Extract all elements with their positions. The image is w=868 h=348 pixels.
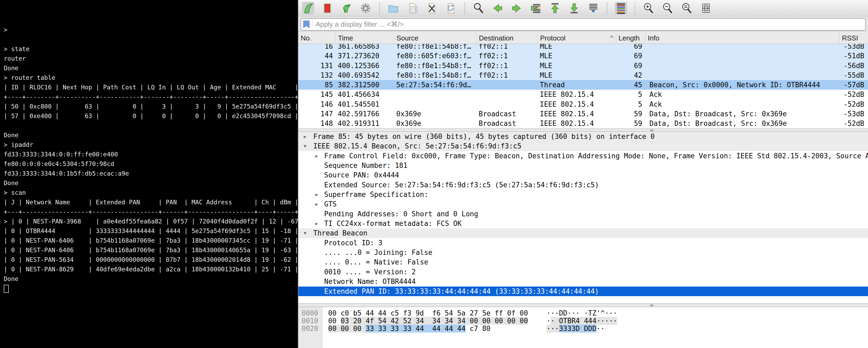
detail-hex-splitter[interactable] (299, 303, 868, 307)
packet-row[interactable]: 145401.456634IEEE 802.15.45Ack-52dB (299, 90, 868, 99)
detail-row[interactable]: Extended PAN ID: 33:33:33:33:44:44:44:44… (299, 287, 868, 296)
go-first-packet-button[interactable] (549, 2, 561, 14)
detail-row[interactable]: ▼IEEE 802.15.4 Beacon, Src: 5e:27:5a:54:… (299, 141, 868, 151)
packet-rssi: -52dB (840, 119, 864, 127)
packet-source: fe80::f8e1:54b8:f… (396, 44, 476, 50)
reload-file-button[interactable] (445, 2, 457, 14)
zoom-in-button[interactable] (643, 2, 655, 14)
detail-row[interactable]: 0010 .... = Version: 2 (299, 267, 868, 277)
packet-row[interactable]: 132400.693542fe80::f8e1:54b8:f…ff02::1ML… (299, 70, 868, 80)
save-file-button[interactable]: 010100110101110 (406, 2, 418, 14)
detail-row[interactable]: ▶GTS (299, 199, 868, 209)
go-last-packet-button[interactable] (568, 2, 580, 14)
zoom-out-button[interactable] (662, 2, 674, 14)
collapsed-arrow-icon[interactable]: ▶ (315, 219, 318, 228)
restart-capture-button[interactable] (340, 2, 352, 14)
hex-ascii[interactable]: ···DD··· ·TZ'^··· (547, 310, 617, 317)
collapsed-arrow-icon[interactable]: ▶ (315, 199, 318, 209)
column-header-destination[interactable]: Destination (476, 32, 538, 44)
expanded-arrow-icon[interactable]: ▼ (304, 141, 306, 151)
hex-ascii[interactable]: ···3333D DDD·· (547, 325, 605, 332)
hex-bytes[interactable]: 00 00 00 33 33 33 33 44 44 44 44 c7 80 (328, 325, 491, 332)
display-filter-input[interactable]: Apply a display filter ... <⌘/> (301, 18, 866, 31)
go-to-packet-button[interactable] (530, 2, 542, 14)
packet-info: Data, Dst: Broadcast, Src: 0x369e (649, 119, 838, 127)
packet-row[interactable]: 148402.9193110x369eBroadcastIEEE 802.15.… (299, 119, 868, 128)
packet-protocol: Thread (540, 81, 614, 89)
terminal-line (4, 121, 298, 130)
packet-row[interactable]: 44371.273620fe80::605f:e603:f…ff02::1MLE… (299, 51, 868, 61)
detail-row[interactable]: Source PAN: 0x4444 (299, 170, 868, 180)
detail-row[interactable]: .... ...0 = Joining: False (299, 248, 868, 257)
hex-row[interactable]: 002000 00 00 33 33 33 33 44 44 44 44 c7 … (299, 325, 868, 332)
detail-row[interactable]: Pending Addresses: 0 Short and 0 Long (299, 209, 868, 219)
terminal[interactable]: >> staterouterDone> router table| ID | R… (0, 0, 298, 348)
packet-source: 0x369e (396, 119, 476, 127)
auto-scroll-button[interactable] (587, 2, 599, 14)
packet-destination: Broadcast (479, 110, 537, 118)
collapsed-arrow-icon[interactable]: ▶ (304, 132, 306, 141)
open-file-icon (387, 2, 399, 14)
packet-source: fe80::f8e1:54b8:f… (396, 71, 476, 79)
packet-info: Ack (649, 100, 838, 108)
detail-row[interactable]: ▶Superframe Specification: (299, 190, 868, 199)
column-header-info[interactable]: Info (645, 32, 840, 44)
colorize-packets-button[interactable] (615, 2, 627, 14)
packet-length: 69 (616, 44, 642, 50)
go-previous-packet-button[interactable] (491, 2, 504, 14)
terminal-line: | ID | RLOC16 | Next Hop | Path Cost | L… (4, 83, 298, 92)
splitter-grip[interactable] (650, 304, 654, 307)
resize-columns-button[interactable] (700, 2, 712, 14)
filter-bookmark-icon[interactable] (303, 21, 310, 28)
detail-row[interactable]: .... 0... = Native: False (299, 257, 868, 267)
close-file-button[interactable] (426, 2, 438, 14)
packet-destination: ff02::1 (479, 71, 537, 79)
hex-ascii[interactable]: ·· OTBR4 444····· (547, 317, 617, 325)
detail-row[interactable]: ▶Frame 85: 45 bytes on wire (360 bits), … (299, 132, 868, 141)
hex-bytes[interactable]: 00 c0 b5 44 44 c5 f3 9d f6 54 5a 27 5e f… (328, 310, 528, 317)
column-header-protocol[interactable]: Protocol^ (538, 32, 616, 44)
start-capture-button[interactable] (302, 2, 314, 14)
terminal-line: > state (4, 44, 298, 54)
open-file-button[interactable] (387, 2, 399, 14)
packet-row[interactable]: 131400.125366fe80::f8e1:54b8:f…ff02::1ML… (299, 61, 868, 70)
detail-row[interactable]: Extended Source: 5e:27:5a:54:f6:9d:f3:c5… (299, 180, 868, 190)
column-header-no[interactable]: No. (299, 32, 336, 44)
detail-row[interactable]: Sequence Number: 181 (299, 161, 868, 170)
find-packet-button[interactable] (472, 2, 485, 14)
detail-row[interactable]: Network Name: OTBR4444 (299, 277, 868, 286)
detail-row[interactable]: ▼Thread Beacon (299, 228, 868, 238)
packet-row[interactable]: 147402.5917660x369eBroadcastIEEE 802.15.… (299, 109, 868, 119)
column-header-source[interactable]: Source (394, 32, 476, 44)
find-packet-icon (472, 2, 485, 14)
packet-detail-splitter[interactable] (299, 128, 868, 132)
packet-protocol: MLE (540, 52, 614, 60)
detail-row[interactable]: Protocol ID: 3 (299, 238, 868, 248)
go-next-packet-button[interactable] (510, 2, 523, 14)
column-header-time[interactable]: Time (336, 32, 394, 44)
packet-row[interactable]: 146401.545501IEEE 802.15.45Ack-52dB (299, 99, 868, 109)
stop-capture-button[interactable] (321, 2, 334, 14)
collapsed-arrow-icon[interactable]: ▶ (315, 151, 318, 161)
hex-bytes[interactable]: 00 03 20 4f 54 42 52 34 34 34 34 00 00 0… (328, 317, 528, 325)
packet-row[interactable]: 85382.3125005e:27:5a:54:f6:9d…Thread45Be… (299, 80, 868, 90)
packet-no: 146 (299, 100, 333, 108)
zoom-original-button[interactable] (681, 2, 693, 14)
expanded-arrow-icon[interactable]: ▼ (304, 228, 306, 238)
column-header-length[interactable]: Length (616, 32, 645, 44)
splitter-grip[interactable] (650, 129, 654, 132)
detail-row[interactable]: ▶TI CC24xx-format metadata: FCS OK (299, 219, 868, 228)
detail-text: Extended Source: 5e:27:5a:54:f6:9d:f3:c5… (324, 180, 599, 190)
terminal-line: fe80:0:0:0:e0c4:5304:5f70:98cd (4, 159, 298, 169)
hex-row[interactable]: 001000 03 20 4f 54 42 52 34 34 34 34 00 … (299, 317, 868, 325)
column-header-rssi[interactable]: RSSI (840, 32, 868, 44)
capture-options-button[interactable] (360, 2, 372, 14)
terminal-line: fd33:3333:3344:0:0:ff:fe00:e400 (4, 149, 298, 159)
detail-row[interactable]: ▶Frame Control Field: 0xc000, Frame Type… (299, 151, 868, 161)
packet-row[interactable]: 16361.665863fe80::f8e1:54b8:f…ff02::1MLE… (299, 44, 868, 51)
packet-info: Beacon, Src: 0x0000, Network ID: OTBR444… (649, 81, 838, 89)
terminal-line: | 0 | OTBR4444 | 3333333344444444 | 4444… (4, 226, 298, 236)
detail-text: .... ...0 = Joining: False (324, 248, 432, 257)
hex-row[interactable]: 000000 c0 b5 44 44 c5 f3 9d f6 54 5a 27 … (299, 310, 868, 317)
collapsed-arrow-icon[interactable]: ▶ (315, 190, 318, 199)
